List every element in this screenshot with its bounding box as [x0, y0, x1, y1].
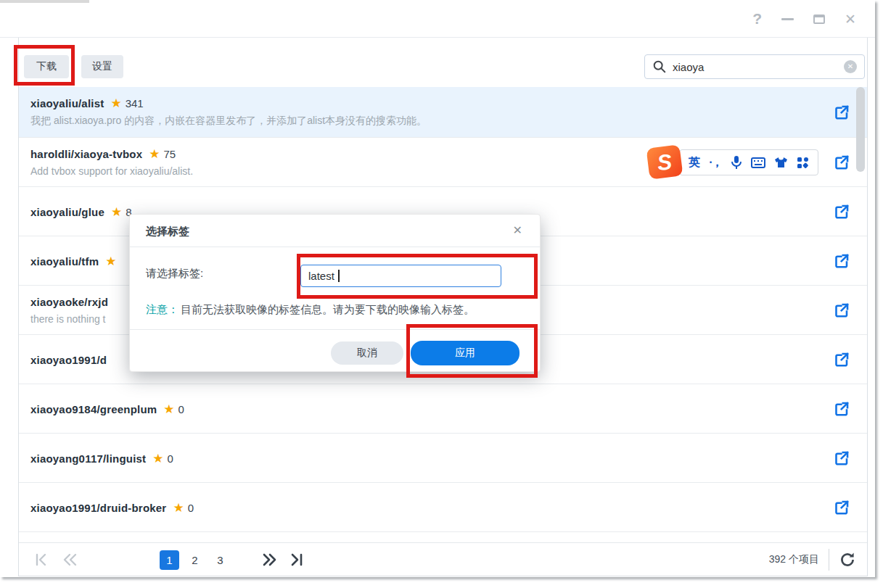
star-icon [163, 403, 174, 415]
page-next-icon[interactable] [260, 551, 278, 568]
skin-icon[interactable] [774, 157, 788, 168]
star-icon [110, 97, 121, 109]
window-edge-artifact [0, 0, 89, 3]
tab-settings[interactable]: 设置 [81, 55, 123, 78]
help-icon[interactable]: ? [752, 10, 762, 28]
mic-icon[interactable] [731, 155, 742, 170]
search-box: ✕ [644, 54, 865, 79]
minimize-icon[interactable] [781, 18, 794, 20]
star-count: 0 [178, 403, 184, 415]
page-number-active[interactable]: 1 [160, 550, 179, 570]
page-prev-icon[interactable] [61, 551, 78, 568]
star-icon [173, 502, 184, 514]
ime-language-toggle[interactable]: 英 [689, 155, 700, 170]
repo-title: xiaoyaoke/rxjd [30, 296, 108, 308]
footer-divider [829, 549, 829, 571]
note-text: 目前无法获取映像的标签信息。请为要下载的映像输入标签。 [181, 303, 475, 317]
star-count: 75 [164, 148, 176, 160]
search-icon [652, 59, 667, 74]
external-link-icon[interactable] [833, 203, 850, 220]
page-number[interactable]: 3 [210, 550, 230, 570]
star-icon [152, 452, 163, 465]
cancel-button[interactable]: 取消 [331, 341, 403, 365]
list-item[interactable]: xiaoyao9184/greenplum 0 [19, 384, 867, 434]
pagination-bar: 1 2 3 392 个项目 [19, 542, 867, 576]
search-input[interactable] [673, 61, 844, 73]
clear-search-icon[interactable]: ✕ [844, 60, 857, 73]
titlebar: ? ✕ [0, 0, 875, 38]
select-tag-dialog: 选择标签 ✕ 请选择标签: 注意： 目前无法获取映像的标签信息。请为要下载的映像… [129, 214, 541, 372]
list-item[interactable]: xiaoyao1991/druid-broker 0 [19, 483, 867, 532]
repo-title: xiaoyaliu/glue [30, 206, 104, 218]
repo-title: xiaoyao1991/druid-broker [30, 502, 166, 514]
external-link-icon[interactable] [833, 104, 850, 121]
tag-input[interactable] [300, 265, 501, 287]
dialog-title: 选择标签 [146, 225, 189, 239]
apply-button[interactable]: 应用 [411, 341, 519, 365]
dialog-header: 选择标签 ✕ [130, 215, 540, 247]
maximize-icon[interactable] [813, 15, 825, 24]
keyboard-icon[interactable] [751, 157, 765, 168]
toolbox-icon[interactable] [797, 157, 809, 169]
scrollbar-thumb[interactable] [856, 87, 865, 172]
repo-title: xiaoyang0117/linguist [30, 452, 146, 465]
dialog-close-icon[interactable]: ✕ [513, 223, 522, 237]
ime-toolbar[interactable]: 英 ·， [679, 149, 818, 175]
external-link-icon[interactable] [833, 302, 850, 319]
refresh-icon[interactable] [839, 551, 856, 568]
tab-download[interactable]: 下载 [24, 55, 69, 78]
page-first-icon[interactable] [33, 551, 51, 568]
star-icon [105, 255, 116, 268]
total-items-label: 392 个项目 [769, 553, 819, 566]
page-number[interactable]: 2 [185, 550, 205, 570]
list-item[interactable]: xiaoyaliu/alist 341 我把 alist.xiaoya.pro … [19, 87, 867, 138]
star-count: 0 [188, 502, 194, 514]
list-item[interactable]: xiaoyang0117/linguist 0 [19, 434, 867, 483]
star-count: 341 [126, 97, 144, 109]
external-link-icon[interactable] [833, 450, 850, 467]
repo-title: haroldli/xiaoya-tvbox [30, 148, 142, 160]
external-link-icon[interactable] [833, 351, 850, 368]
note-label: 注意： [146, 303, 178, 317]
repo-description: 我把 alist.xiaoya.pro 的内容，内嵌在容器里发布了，并添加了al… [30, 115, 867, 128]
external-link-icon[interactable] [833, 499, 850, 516]
repo-title: xiaoyaliu/alist [30, 97, 104, 109]
close-icon[interactable]: ✕ [845, 11, 856, 28]
tag-input-label: 请选择标签: [146, 267, 203, 281]
punctuation-icon[interactable]: ·， [709, 155, 721, 170]
repo-title: xiaoyao1991/d [30, 354, 107, 366]
text-cursor [338, 270, 340, 282]
repo-title: xiaoyao9184/greenplum [30, 403, 157, 415]
star-count: 0 [168, 452, 173, 465]
dialog-footer: 取消 应用 [130, 329, 540, 372]
external-link-icon[interactable] [833, 400, 850, 418]
star-icon [149, 148, 160, 160]
sogou-logo-icon[interactable]: S [646, 144, 683, 179]
page-last-icon[interactable] [287, 551, 305, 568]
repo-title: xiaoyaliu/tfm [30, 255, 99, 268]
external-link-icon[interactable] [833, 252, 850, 270]
star-icon [111, 206, 122, 218]
external-link-icon[interactable] [833, 154, 850, 171]
